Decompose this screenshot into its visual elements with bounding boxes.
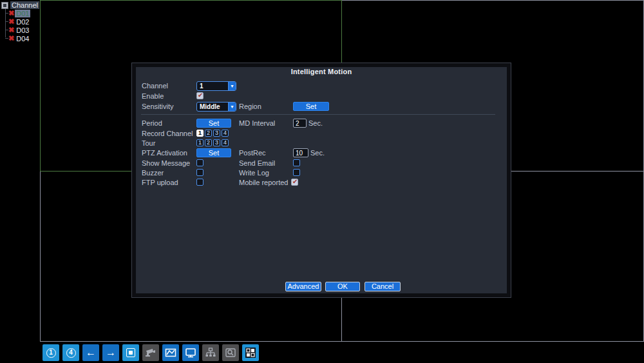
show-message-checkbox[interactable] [196,159,204,166]
region-set-button[interactable]: Set [293,102,329,111]
period-label: Period [142,119,162,128]
sensitivity-dropdown-value: Middle [197,103,228,111]
cancel-button[interactable]: Cancel [365,282,401,291]
single-view-icon: 1 [46,348,56,358]
enable-label: Enable [142,92,164,101]
channel-item-d01[interactable]: ✖ D01 [6,9,30,17]
period-set-button[interactable]: Set [196,119,231,128]
mobile-reported-checkbox[interactable] [291,179,298,186]
sensitivity-label: Sensitivity [142,103,174,111]
channel-dropdown-value: 1 [197,82,228,90]
record-channel-label: Record Channel [142,130,193,138]
quad-view-icon: 4 [66,348,76,358]
buzzer-checkbox[interactable] [196,169,204,176]
pane-border-top-selected [40,0,341,1]
md-interval-label: MD Interval [239,119,275,128]
enable-checkbox[interactable] [196,92,204,99]
intelligent-motion-dialog: Intelligent Motion Channel 1 ▼ Enable Se… [132,63,511,297]
network-tree-icon [205,347,216,358]
region-label: Region [239,103,261,111]
digital-channels-button[interactable] [242,344,259,361]
channel-label: Channel [142,82,168,90]
mobile-reported-label: Mobile reported [239,179,288,187]
tour-2-button[interactable]: 2 [205,139,212,146]
monitor-icon [185,347,196,358]
chevron-down-icon[interactable]: ▼ [228,82,236,90]
send-email-checkbox[interactable] [293,159,300,166]
output-adjust-button[interactable] [182,344,199,361]
tour-1-button[interactable]: 1 [196,139,204,146]
channel-list: ✖ D01 ✖ D02 ✖ D03 ✖ D04 [6,9,30,43]
channel-grid-icon [245,347,256,358]
disconnected-x-icon: ✖ [8,35,14,42]
postrec-label: PostRec [239,149,266,157]
section-divider [141,114,495,115]
hdd-search-icon [225,347,236,358]
write-log-label: Write Log [239,169,269,177]
channel-group-icon [1,2,8,9]
tour-4-button[interactable]: 4 [222,139,229,146]
snapshot-button[interactable] [122,344,139,361]
write-log-checkbox[interactable] [293,169,300,176]
ptz-activation-label: PTZ Activation [142,149,187,157]
tour-label: Tour [142,139,155,148]
postrec-input[interactable] [293,148,308,157]
chevron-down-icon[interactable]: ▼ [228,103,236,111]
channel-item-d03[interactable]: ✖ D03 [6,26,30,34]
send-email-label: Send Email [239,159,275,168]
record-channel-buttons: 1 2 3 4 [196,130,229,137]
sensitivity-dropdown[interactable]: Middle ▼ [196,102,236,112]
network-button[interactable] [202,344,219,361]
pane-border-left-selected [40,0,41,171]
disconnected-x-icon: ✖ [8,18,14,25]
record-channel-3-button[interactable]: 3 [213,130,220,137]
buzzer-label: Buzzer [142,169,164,177]
ptz-camera-icon [145,347,156,358]
color-curve-icon [165,347,176,358]
ftp-upload-label: FTP upload [142,179,178,187]
quad-view-button[interactable]: 4 [62,344,79,361]
dialog-title: Intelligent Motion [136,68,507,75]
md-interval-unit: Sec. [308,119,323,128]
record-channel-1-button[interactable]: 1 [196,130,204,137]
tour-3-button[interactable]: 3 [213,139,220,146]
channel-item-label: D03 [15,26,30,34]
show-message-label: Show Message [142,159,190,168]
prev-screen-button[interactable]: ← [82,344,99,361]
pane-border-bottom [40,341,644,342]
tour-buttons: 1 2 3 4 [196,139,229,146]
arrow-left-icon: ← [86,348,96,358]
channel-item-d02[interactable]: ✖ D02 [6,17,30,26]
channel-item-label: D02 [15,18,30,26]
snapshot-icon [126,348,135,357]
bottom-toolbar: 1 4 ← → [43,344,259,361]
channel-tree-root[interactable]: Channel [1,1,39,9]
ftp-upload-checkbox[interactable] [196,179,204,186]
ptz-set-button[interactable]: Set [196,148,231,157]
channel-item-label: D04 [15,35,30,43]
dvr-screen: Channel ✖ D01 ✖ D02 ✖ D03 ✖ D04 [0,0,644,363]
md-interval-input[interactable] [293,119,307,128]
channel-tree-root-label: Channel [10,1,39,9]
record-channel-2-button[interactable]: 2 [205,130,212,137]
next-screen-button[interactable]: → [102,344,119,361]
postrec-unit: Sec. [310,149,325,157]
advanced-button[interactable]: Advanced [285,282,321,291]
channel-item-d04[interactable]: ✖ D04 [6,34,30,43]
ok-button[interactable]: OK [325,282,360,291]
color-setting-button[interactable] [162,344,179,361]
channel-item-label: D01 [15,10,30,17]
record-channel-4-button[interactable]: 4 [222,130,229,137]
pane-border-left [40,171,41,342]
arrow-right-icon: → [106,348,116,358]
channel-dropdown[interactable]: 1 ▼ [196,81,236,91]
disconnected-x-icon: ✖ [8,10,14,17]
channel-sidebar: Channel ✖ D01 ✖ D02 ✖ D03 ✖ D04 [0,0,40,342]
ptz-control-button[interactable] [142,344,159,361]
pane-border-top [341,0,644,1]
single-view-button[interactable]: 1 [43,344,59,361]
hdd-search-button[interactable] [222,344,239,361]
disconnected-x-icon: ✖ [8,26,14,34]
